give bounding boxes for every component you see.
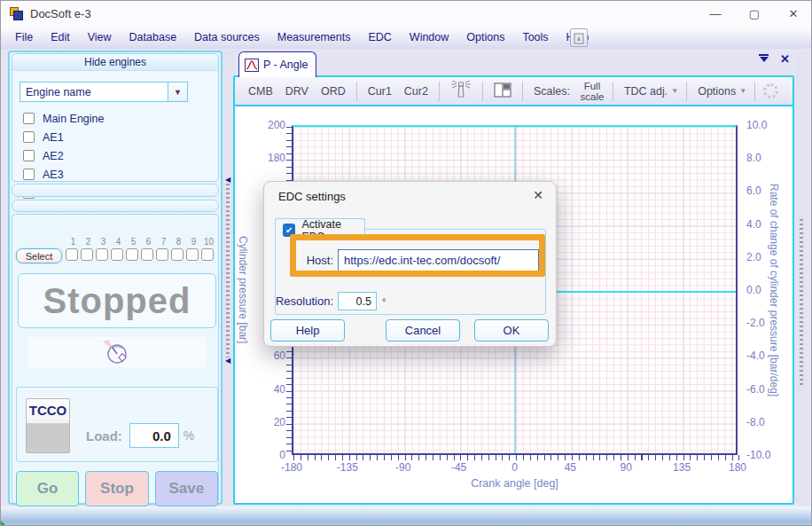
title-bar: DocSoft e-3 — ▢ ✕ — [1, 1, 812, 26]
channel-number: 3 — [96, 237, 111, 247]
minimize-button[interactable]: — — [696, 1, 735, 26]
collapse-left-icon-2[interactable]: ◀ — [225, 357, 230, 365]
y-axis-left-title: Cylinder pressure [bar] — [237, 236, 249, 343]
menu-item-file[interactable]: File — [6, 27, 42, 47]
menu-item-tools[interactable]: Tools — [513, 27, 557, 47]
y-axis-right-title: Rate of change of cylinder pressure [bar… — [768, 184, 780, 396]
right-splitter[interactable] — [796, 51, 807, 505]
channel-number: 9 — [186, 237, 201, 247]
engine-status-text: Stopped — [43, 281, 191, 321]
maximize-button[interactable]: ▢ — [735, 1, 774, 26]
chevron-down-icon[interactable]: ▼ — [671, 87, 682, 95]
menu-bar: FileEditViewDatabaseData sourcesMeasurem… — [1, 26, 812, 49]
x-tick-label: 180 — [720, 461, 755, 474]
host-label: Host: — [275, 254, 333, 267]
dialog-close-icon[interactable]: ✕ — [533, 188, 543, 202]
engine-panel: Hide engines Engine name ▼ Main EngineAE… — [8, 51, 223, 505]
channel-number: 8 — [171, 237, 186, 247]
tdc-adj-dropdown[interactable]: TDC adj. — [618, 82, 671, 101]
menu-item-data-sources[interactable]: Data sources — [185, 27, 269, 47]
y-tick-label-left: 180 — [268, 152, 285, 164]
y-tick-label-right: 4.0 — [746, 218, 761, 231]
left-splitter[interactable]: ◀ ◀ — [223, 51, 233, 505]
x-tick-label: 135 — [664, 461, 699, 474]
splitter-handle-right[interactable] — [800, 219, 803, 388]
collapse-left-icon[interactable]: ◀ — [225, 177, 230, 184]
tcco-button[interactable]: TCCO — [26, 398, 70, 453]
menu-item-view[interactable]: View — [79, 27, 121, 47]
save-button[interactable]: Save — [155, 471, 218, 506]
chevron-down-icon[interactable]: ▼ — [168, 82, 188, 102]
channel-checkbox[interactable] — [111, 248, 123, 261]
channel-checkbox[interactable] — [66, 248, 78, 261]
activate-eds-checkbox[interactable]: ✔ — [283, 224, 295, 237]
ok-button[interactable]: OK — [474, 319, 549, 342]
stop-button[interactable]: Stop — [85, 471, 148, 506]
x-tick-label: -135 — [330, 461, 365, 474]
host-input[interactable]: https://edc.int-tec.com/docsoft/ — [338, 249, 539, 271]
load-input[interactable]: 0.0 — [129, 423, 179, 448]
channel-checkboxes — [66, 248, 218, 261]
cur2-button[interactable]: Cur2 — [398, 82, 434, 101]
collapsed-section-1[interactable] — [12, 184, 219, 197]
go-button[interactable]: Go — [16, 471, 79, 506]
chevron-down-icon[interactable]: ▼ — [739, 87, 750, 95]
full-scale-button[interactable]: Full scale — [576, 81, 608, 102]
control-section: 12345678910 Select Stopped TCCO Load: — [12, 214, 219, 504]
engine-row: AE2 — [23, 146, 213, 165]
engine-checkbox[interactable] — [23, 169, 35, 180]
lighthouse-icon[interactable] — [444, 76, 478, 106]
channel-checkbox[interactable] — [96, 248, 108, 261]
menu-item-database[interactable]: Database — [121, 27, 186, 47]
menu-item-options[interactable]: Options — [457, 27, 513, 47]
menu-item-edc[interactable]: EDC — [359, 27, 400, 47]
close-button[interactable]: ✕ — [774, 1, 812, 26]
channel-checkbox[interactable] — [126, 248, 138, 261]
cur1-button[interactable]: Cur1 — [362, 82, 398, 101]
engine-row: AE3 — [23, 165, 213, 184]
menu-tool-button[interactable] — [570, 28, 588, 47]
engine-checkbox[interactable] — [23, 150, 35, 161]
engine-checkbox[interactable] — [23, 131, 35, 143]
channel-number: 6 — [141, 237, 156, 247]
channel-checkbox[interactable] — [186, 248, 199, 261]
tcco-box: TCCO Load: 0.0 % — [16, 387, 218, 462]
layout-grid-icon[interactable] — [488, 79, 518, 104]
scales-label: Scales: — [527, 82, 576, 101]
engine-name-dropdown[interactable]: Engine name — [20, 82, 168, 102]
resolution-label: Resolution: — [275, 294, 333, 308]
tab-p-angle[interactable]: P - Angle — [238, 51, 316, 77]
channel-number: 4 — [111, 237, 126, 247]
drv-button[interactable]: DRV — [279, 82, 315, 101]
window-list-icon[interactable] — [758, 54, 769, 64]
select-button[interactable]: Select — [16, 248, 62, 263]
hide-engines-header[interactable]: Hide engines — [12, 54, 218, 71]
channel-checkbox[interactable] — [171, 248, 183, 261]
menu-item-edit[interactable]: Edit — [42, 27, 79, 47]
cancel-button[interactable]: Cancel — [386, 319, 460, 342]
menu-item-measurements[interactable]: Measurements — [269, 27, 360, 47]
y-tick-label-left: 40 — [274, 383, 285, 396]
channel-checkbox[interactable] — [201, 248, 214, 261]
gauge-strip — [28, 337, 206, 367]
channel-checkbox[interactable] — [141, 248, 153, 261]
y-tick-label-right: -6.0 — [746, 383, 765, 396]
tab-close-icon[interactable]: ✕ — [780, 54, 790, 64]
help-button[interactable]: Help — [270, 319, 345, 342]
channel-checkbox[interactable] — [81, 248, 93, 261]
hand-tool-icon — [574, 32, 584, 44]
engine-checkbox[interactable] — [23, 113, 35, 124]
tachometer-icon — [103, 340, 131, 365]
ord-button[interactable]: ORD — [315, 82, 352, 101]
menu-item-window[interactable]: Window — [401, 27, 457, 47]
resolution-input[interactable]: 0.5 — [338, 292, 377, 310]
splitter-handle[interactable] — [226, 184, 230, 357]
channel-number: 5 — [126, 237, 141, 247]
channel-checkbox[interactable] — [156, 248, 168, 261]
y-tick-label-right: -4.0 — [746, 349, 765, 362]
tab-label: P - Angle — [263, 59, 308, 71]
cmb-button[interactable]: CMB — [242, 82, 279, 101]
options-dropdown[interactable]: Options — [691, 82, 739, 101]
collapsed-section-2[interactable] — [12, 200, 219, 212]
activate-eds-tab: ✔ Activate EDS — [275, 218, 365, 241]
